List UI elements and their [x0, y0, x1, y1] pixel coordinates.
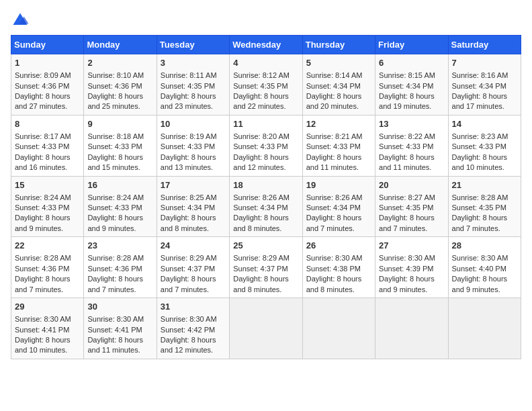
sunset-label: Sunset: 4:33 PM — [233, 142, 287, 150]
daylight-label: Daylight: 8 hours and 16 minutes. — [15, 153, 71, 171]
day-number: 18 — [233, 179, 298, 191]
sunrise-label: Sunrise: 8:27 AM — [379, 193, 435, 201]
sunset-label: Sunset: 4:34 PM — [306, 203, 361, 212]
sunrise-label: Sunrise: 8:30 AM — [379, 254, 435, 262]
day-number: 8 — [15, 118, 80, 130]
daylight-label: Daylight: 8 hours and 7 minutes. — [379, 214, 435, 232]
daylight-label: Daylight: 8 hours and 11 minutes. — [87, 336, 143, 354]
sunset-label: Sunset: 4:34 PM — [306, 82, 361, 90]
weekday-header-tuesday: Tuesday — [157, 36, 229, 54]
calendar-cell — [448, 298, 521, 359]
calendar-cell: 2 Sunrise: 8:10 AM Sunset: 4:36 PM Dayli… — [84, 54, 157, 116]
sunrise-label: Sunrise: 8:28 AM — [15, 254, 71, 262]
daylight-label: Daylight: 8 hours and 12 minutes. — [233, 153, 289, 171]
daylight-label: Daylight: 8 hours and 9 minutes. — [87, 214, 143, 232]
calendar-cell: 15 Sunrise: 8:24 AM Sunset: 4:33 PM Dayl… — [11, 176, 84, 237]
day-number: 26 — [306, 240, 371, 252]
day-number: 10 — [161, 118, 226, 130]
daylight-label: Daylight: 8 hours and 22 minutes. — [233, 92, 289, 110]
daylight-label: Daylight: 8 hours and 10 minutes. — [15, 336, 71, 354]
daylight-label: Daylight: 8 hours and 12 minutes. — [161, 336, 216, 354]
sunrise-label: Sunrise: 8:10 AM — [87, 71, 144, 79]
sunset-label: Sunset: 4:33 PM — [306, 142, 361, 150]
calendar-cell: 31 Sunrise: 8:30 AM Sunset: 4:42 PM Dayl… — [157, 298, 229, 359]
day-number: 23 — [87, 240, 152, 252]
sunrise-label: Sunrise: 8:30 AM — [452, 254, 508, 262]
calendar-week-row: 8 Sunrise: 8:17 AM Sunset: 4:33 PM Dayli… — [11, 115, 521, 176]
day-number: 21 — [452, 179, 517, 191]
calendar-cell: 21 Sunrise: 8:28 AM Sunset: 4:35 PM Dayl… — [448, 176, 521, 237]
daylight-label: Daylight: 8 hours and 23 minutes. — [161, 92, 216, 110]
logo — [11, 11, 32, 30]
sunrise-label: Sunrise: 8:28 AM — [87, 254, 144, 262]
sunrise-label: Sunrise: 8:11 AM — [161, 71, 217, 79]
calendar-cell: 13 Sunrise: 8:22 AM Sunset: 4:33 PM Dayl… — [375, 115, 448, 176]
logo-icon — [11, 11, 30, 30]
sunrise-label: Sunrise: 8:23 AM — [452, 132, 508, 140]
calendar-header-row: SundayMondayTuesdayWednesdayThursdayFrid… — [11, 36, 521, 54]
sunset-label: Sunset: 4:35 PM — [379, 203, 433, 212]
day-number: 25 — [233, 240, 298, 252]
calendar-cell: 11 Sunrise: 8:20 AM Sunset: 4:33 PM Dayl… — [230, 115, 302, 176]
sunrise-label: Sunrise: 8:14 AM — [306, 71, 363, 79]
sunset-label: Sunset: 4:37 PM — [161, 265, 215, 273]
day-number: 17 — [161, 179, 226, 191]
day-number: 4 — [233, 57, 298, 69]
sunset-label: Sunset: 4:36 PM — [15, 82, 69, 90]
page-header — [11, 11, 521, 30]
weekday-header-friday: Friday — [375, 36, 448, 54]
daylight-label: Daylight: 8 hours and 9 minutes. — [379, 275, 435, 293]
day-number: 1 — [15, 57, 80, 69]
daylight-label: Daylight: 8 hours and 27 minutes. — [15, 92, 71, 110]
calendar-cell: 20 Sunrise: 8:27 AM Sunset: 4:35 PM Dayl… — [375, 176, 448, 237]
calendar-cell: 14 Sunrise: 8:23 AM Sunset: 4:33 PM Dayl… — [448, 115, 521, 176]
day-number: 3 — [161, 57, 226, 69]
daylight-label: Daylight: 8 hours and 9 minutes. — [452, 275, 508, 293]
weekday-header-monday: Monday — [84, 36, 157, 54]
day-number: 22 — [15, 240, 80, 252]
sunrise-label: Sunrise: 8:26 AM — [306, 193, 363, 201]
calendar-cell: 16 Sunrise: 8:24 AM Sunset: 4:33 PM Dayl… — [84, 176, 157, 237]
calendar-week-row: 29 Sunrise: 8:30 AM Sunset: 4:41 PM Dayl… — [11, 298, 521, 359]
day-number: 15 — [15, 179, 80, 191]
sunrise-label: Sunrise: 8:30 AM — [306, 254, 363, 262]
sunset-label: Sunset: 4:36 PM — [87, 265, 142, 273]
day-number: 31 — [161, 301, 226, 313]
sunrise-label: Sunrise: 8:24 AM — [15, 193, 71, 201]
daylight-label: Daylight: 8 hours and 11 minutes. — [306, 153, 362, 171]
day-number: 28 — [452, 240, 517, 252]
sunset-label: Sunset: 4:35 PM — [161, 82, 215, 90]
calendar-cell: 18 Sunrise: 8:26 AM Sunset: 4:34 PM Dayl… — [230, 176, 302, 237]
daylight-label: Daylight: 8 hours and 7 minutes. — [87, 275, 143, 293]
daylight-label: Daylight: 8 hours and 17 minutes. — [452, 92, 508, 110]
day-number: 13 — [379, 118, 444, 130]
sunrise-label: Sunrise: 8:12 AM — [233, 71, 290, 79]
calendar-cell: 27 Sunrise: 8:30 AM Sunset: 4:39 PM Dayl… — [375, 237, 448, 298]
weekday-header-thursday: Thursday — [302, 36, 375, 54]
sunset-label: Sunset: 4:40 PM — [452, 265, 506, 273]
day-number: 19 — [306, 179, 371, 191]
daylight-label: Daylight: 8 hours and 25 minutes. — [87, 92, 143, 110]
sunset-label: Sunset: 4:36 PM — [87, 82, 142, 90]
sunset-label: Sunset: 4:39 PM — [379, 265, 433, 273]
calendar-cell: 22 Sunrise: 8:28 AM Sunset: 4:36 PM Dayl… — [11, 237, 84, 298]
calendar-cell: 12 Sunrise: 8:21 AM Sunset: 4:33 PM Dayl… — [302, 115, 375, 176]
daylight-label: Daylight: 8 hours and 8 minutes. — [161, 214, 216, 232]
day-number: 16 — [87, 179, 152, 191]
sunset-label: Sunset: 4:42 PM — [161, 326, 215, 334]
sunrise-label: Sunrise: 8:28 AM — [452, 193, 508, 201]
sunrise-label: Sunrise: 8:09 AM — [15, 71, 71, 79]
calendar-cell: 17 Sunrise: 8:25 AM Sunset: 4:34 PM Dayl… — [157, 176, 229, 237]
calendar-cell: 5 Sunrise: 8:14 AM Sunset: 4:34 PM Dayli… — [302, 54, 375, 116]
sunset-label: Sunset: 4:41 PM — [15, 326, 69, 334]
daylight-label: Daylight: 8 hours and 7 minutes. — [15, 275, 71, 293]
daylight-label: Daylight: 8 hours and 20 minutes. — [306, 92, 362, 110]
calendar-cell — [375, 298, 448, 359]
daylight-label: Daylight: 8 hours and 15 minutes. — [87, 153, 143, 171]
calendar-cell: 26 Sunrise: 8:30 AM Sunset: 4:38 PM Dayl… — [302, 237, 375, 298]
sunrise-label: Sunrise: 8:17 AM — [15, 132, 71, 140]
sunrise-label: Sunrise: 8:30 AM — [161, 315, 217, 323]
calendar-cell — [230, 298, 302, 359]
sunset-label: Sunset: 4:34 PM — [452, 82, 506, 90]
daylight-label: Daylight: 8 hours and 8 minutes. — [233, 275, 289, 293]
